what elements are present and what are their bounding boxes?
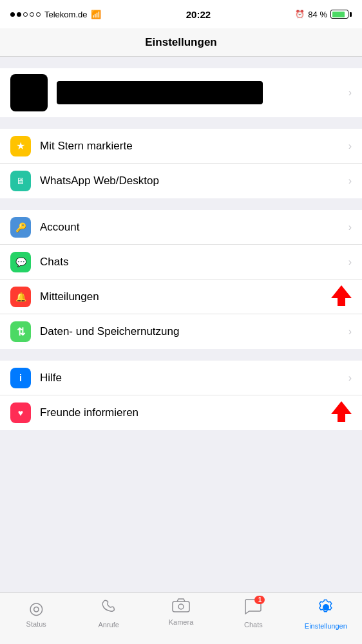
list-item-web-desktop[interactable]: 🖥 WhatsApp Web/Desktop › [0,164,362,198]
alarm-icon: ⏰ [295,10,305,19]
starred-label: Mit Stern markierte [40,140,348,153]
web-desktop-icon: 🖥 [10,171,31,191]
starred-chevron: › [348,140,352,152]
list-item-hilfe[interactable]: i Hilfe › [0,361,362,395]
status-tab-icon: ◎ [29,598,44,618]
battery-percent: 84 % [308,10,327,19]
account-chevron: › [348,222,352,233]
profile-section: › [0,68,362,117]
web-desktop-chevron: › [348,175,352,187]
profile-row[interactable]: › [0,68,362,117]
tab-kamera[interactable]: Kamera [145,598,217,626]
list-item-daten[interactable]: ⇅ Daten- und Speichernutzung › [0,314,362,349]
page-title-bar: Einstellungen [0,28,362,57]
tab-status[interactable]: ◎ Status [0,598,72,628]
hilfe-chevron: › [348,372,352,384]
signal-dots [10,12,41,17]
status-left: Telekom.de 📶 [10,10,101,19]
freunde-label: Freunde informieren [40,406,348,419]
status-time: 20:22 [186,9,211,20]
section-group3: i Hilfe › ♥ Freunde informieren › [0,361,362,430]
status-bar: Telekom.de 📶 20:22 ⏰ 84 % [0,0,362,28]
section-group2: 🔑 Account › 💬 Chats › 🔔 Mitteilungen › ⇅… [0,210,362,349]
section-gap-1 [0,57,362,68]
mitteilungen-label: Mitteilungen [40,290,348,303]
web-desktop-label: WhatsApp Web/Desktop [40,175,348,187]
kamera-tab-label: Kamera [169,618,194,626]
battery-fill [332,12,345,17]
avatar [10,74,48,111]
tab-einstellungen[interactable]: Einstellungen [290,598,362,630]
section-gap-4 [0,349,362,361]
einstellungen-tab-icon [317,598,335,620]
hilfe-label: Hilfe [40,372,348,384]
profile-info [57,81,263,104]
chats-settings-chevron: › [348,256,352,268]
anrufe-tab-icon [100,598,117,619]
freunde-icon: ♥ [10,402,31,423]
section-gap-2 [0,117,362,129]
mitteilungen-icon: 🔔 [10,287,31,307]
section-group1: ★ Mit Stern markierte › 🖥 WhatsApp Web/D… [0,129,362,198]
signal-dot-1 [10,12,15,17]
battery-tip [350,12,352,17]
list-item-starred[interactable]: ★ Mit Stern markierte › [0,129,362,164]
svg-rect-2 [173,601,189,612]
page-title: Einstellungen [145,36,216,49]
section-gap-3 [0,198,362,210]
tab-chats[interactable]: 1 Chats [217,598,289,629]
daten-label: Daten- und Speichernutzung [40,325,348,338]
list-item-account[interactable]: 🔑 Account › [0,210,362,245]
starred-icon: ★ [10,136,31,156]
chats-settings-label: Chats [40,256,348,269]
wifi-icon: 📶 [91,10,101,19]
daten-icon: ⇅ [10,321,31,342]
chats-settings-icon: 💬 [10,252,31,272]
anrufe-tab-label: Anrufe [98,621,119,629]
profile-chevron: › [348,87,352,99]
chats-tab-icon: 1 [244,598,262,619]
list-item-chats[interactable]: 💬 Chats › [0,245,362,279]
battery-container [330,10,352,19]
list-item-freunde[interactable]: ♥ Freunde informieren › [0,395,362,430]
signal-dot-5 [36,12,41,17]
account-icon: 🔑 [10,217,31,238]
chats-tab-label: Chats [244,621,263,629]
kamera-tab-icon [172,598,190,616]
signal-dot-3 [23,12,28,17]
einstellungen-tab-label: Einstellungen [305,622,347,630]
signal-dot-4 [30,12,34,17]
list-item-mitteilungen[interactable]: 🔔 Mitteilungen › [0,279,362,314]
signal-dot-2 [17,12,21,17]
daten-chevron: › [348,326,352,337]
account-label: Account [40,221,348,234]
tab-bar: ◎ Status Anrufe Kamera 1 Chats [0,592,362,644]
hilfe-icon: i [10,368,31,388]
battery-body [330,10,348,19]
tab-anrufe[interactable]: Anrufe [72,598,144,629]
svg-point-3 [178,604,184,609]
chats-badge: 1 [254,596,265,604]
status-tab-label: Status [26,620,46,628]
carrier-label: Telekom.de [44,10,87,19]
status-right: ⏰ 84 % [295,10,352,19]
